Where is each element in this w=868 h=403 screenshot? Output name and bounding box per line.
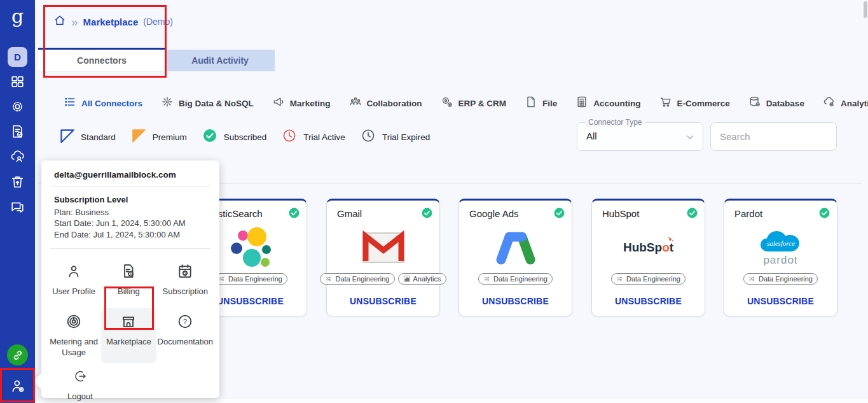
menu-item-label: Marketplace (106, 337, 151, 347)
category-label: E-Commerce (677, 99, 730, 108)
connector-title: Pardot (734, 208, 762, 219)
cloud-user-icon[interactable] (10, 148, 25, 164)
file-icon (525, 95, 537, 111)
category-filter-row: All Connectors Big Data & NoSQL Marketin… (64, 95, 868, 111)
category-e-commerce[interactable]: E-Commerce (659, 95, 730, 111)
tab-connectors[interactable]: Connectors (38, 48, 165, 71)
cloudgear-icon (823, 95, 836, 111)
breadcrumb: » Marketplace (Demo) (53, 14, 173, 29)
category-label: Accounting (593, 99, 640, 108)
menu-item-user-profile[interactable]: User Profile (46, 258, 101, 302)
documentation-icon: ? (177, 313, 193, 332)
legend-label: Standard (81, 132, 116, 142)
legend-label: Subscribed (224, 132, 267, 142)
menu-item-metering-and-usage[interactable]: Metering and Usage (46, 308, 101, 363)
shuffle-icon (325, 275, 333, 283)
subscribed-check-icon (686, 207, 698, 219)
connector-logo (459, 223, 572, 272)
clock-red-icon (282, 128, 297, 146)
category-database[interactable]: Database (748, 95, 804, 111)
menu-item-label: User Profile (52, 286, 95, 297)
megaphone-icon (272, 95, 285, 111)
unsubscribe-button[interactable]: UNSUBSCRIBE (459, 296, 572, 306)
chevron-double-icon: » (71, 16, 78, 28)
subscription-start: Start Date: Jun 1, 2024, 5:30:00 AM (54, 218, 207, 229)
breadcrumb-demo: (Demo) (143, 17, 173, 27)
connector-type-select[interactable]: Connector Type All (577, 122, 703, 151)
legend-label: Trial Active (303, 132, 345, 142)
legend-standard: Standard (59, 128, 116, 146)
connector-type-label: Connector Type (585, 118, 645, 127)
chat-icon[interactable] (10, 200, 25, 216)
menu-item-marketplace[interactable]: Marketplace (101, 308, 156, 363)
tag-chip-data-engineering: Data Engineering (478, 273, 553, 285)
subscribed-check-icon (288, 207, 300, 219)
category-label: Big Data & NoSQL (179, 99, 254, 108)
link-icon[interactable] (7, 344, 28, 365)
workspace-badge[interactable]: D (8, 47, 27, 67)
home-icon[interactable] (53, 14, 66, 29)
category-label: File (542, 99, 557, 108)
unsubscribe-button[interactable]: UNSUBSCRIBE (327, 296, 439, 306)
category-label: All Connectors (81, 99, 142, 108)
app-logo: g (0, 5, 35, 27)
burst-icon (161, 95, 174, 111)
subscription-end: End Date: Jul 1, 2024, 5:30:00 AM (54, 229, 207, 241)
connector-title: HubSpot (602, 208, 639, 219)
tag-chip-analytics: Analytics (398, 273, 446, 285)
category-accounting[interactable]: Accounting (575, 95, 640, 111)
subscribed-check-icon (421, 207, 433, 219)
svg-text:?: ? (183, 318, 187, 325)
category-collaboration[interactable]: Collaboration (349, 95, 422, 111)
menu-item-label: Documentation (158, 337, 213, 347)
breadcrumb-current[interactable]: Marketplace (83, 17, 139, 27)
menu-item-billing[interactable]: $ Billing (101, 258, 156, 302)
unsubscribe-button[interactable]: UNSUBSCRIBE (592, 296, 705, 306)
calculator-icon (575, 95, 588, 111)
metering-icon (65, 313, 82, 332)
menu-item-documentation[interactable]: ? Documentation (156, 308, 214, 363)
vertical-scrollbar[interactable] (864, 1, 867, 18)
logout-label: Logout (67, 392, 93, 401)
category-big-data-nosql[interactable]: Big Data & NoSQL (161, 95, 254, 111)
menu-item-subscription[interactable]: $ Subscription (156, 258, 214, 302)
menu-item-label: Billing (118, 286, 140, 297)
connector-logo (327, 223, 439, 272)
connector-title: Gmail (337, 208, 362, 219)
subscribed-check-icon (553, 207, 565, 219)
category-erp-crm[interactable]: ERP & CRM (441, 95, 507, 111)
search-input[interactable] (710, 122, 837, 151)
bars-icon (403, 275, 411, 283)
tag-chip-data-engineering: Data Engineering (743, 273, 818, 285)
horizontal-scrollbar-track[interactable] (35, 399, 868, 403)
category-file[interactable]: File (525, 95, 557, 111)
connector-title: Google Ads (469, 208, 519, 219)
category-marketing[interactable]: Marketing (272, 95, 331, 111)
trash-upload-icon[interactable] (10, 174, 25, 190)
user-settings-icon[interactable] (0, 368, 35, 403)
connector-tags: Data EngineeringAnalytics (327, 273, 439, 285)
person-icon (65, 263, 82, 282)
document-check-icon[interactable] (10, 124, 25, 139)
menu-item-label: Metering and Usage (48, 337, 100, 358)
category-all-connectors[interactable]: All Connectors (64, 95, 142, 111)
connector-card-gmail: Gmail Data EngineeringAnalytics UNSUBSCR… (326, 199, 440, 316)
legend-row: Standard Premium Subscribed Trial Active… (59, 128, 430, 146)
tab-audit-activity[interactable]: Audit Activity (165, 50, 275, 71)
clock-gray-icon (361, 128, 376, 146)
settings-gear-icon[interactable] (10, 99, 25, 115)
logout-button[interactable]: Logout (58, 369, 102, 401)
legend-trial-active: Trial Active (282, 128, 345, 146)
profile-popup: delta@guerrillamailblock.com Subscriptio… (41, 160, 219, 398)
category-analytics[interactable]: Analytics (823, 95, 868, 111)
billing-icon: $ (120, 263, 137, 282)
user-email: delta@guerrillamailblock.com (41, 160, 219, 187)
category-label: Marketing (290, 99, 331, 108)
marketplace-icon (120, 313, 137, 332)
unsubscribe-button[interactable]: UNSUBSCRIBE (724, 296, 837, 306)
dashboard-grid-icon[interactable] (10, 74, 25, 90)
subscription-info: Subscription Level Plan: Business Start … (41, 187, 219, 248)
cart-icon (659, 95, 672, 111)
shuffle-icon (483, 275, 491, 283)
check-circle-icon (202, 128, 217, 146)
